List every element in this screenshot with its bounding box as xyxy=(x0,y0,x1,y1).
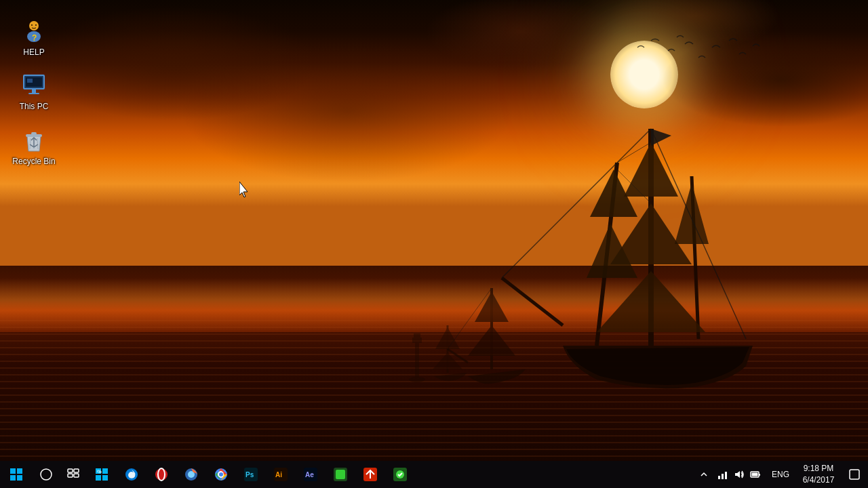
clock-area[interactable]: 9:18 PM 6/4/2017 xyxy=(795,461,842,488)
svg-rect-26 xyxy=(27,79,33,83)
opera-app-button[interactable] xyxy=(146,461,176,488)
svg-rect-62 xyxy=(336,470,345,479)
photoshop-app-button[interactable]: Ps xyxy=(236,461,266,488)
lighthouse xyxy=(407,332,427,386)
volume-icon xyxy=(734,469,745,480)
battery-icon xyxy=(750,469,761,480)
language-label: ENG xyxy=(772,470,789,479)
illustrator-icon: Ai xyxy=(273,467,288,482)
date-display: 6/4/2017 xyxy=(803,474,835,486)
svg-rect-35 xyxy=(10,475,16,481)
edge-app-button[interactable] xyxy=(117,461,146,488)
red-app-button[interactable] xyxy=(355,461,385,488)
ship-small xyxy=(420,315,475,396)
system-tray-icons xyxy=(712,461,766,488)
svg-point-48 xyxy=(155,468,167,481)
taskbar-right: ENG 9:18 PM 6/4/2017 xyxy=(697,461,868,488)
svg-rect-71 xyxy=(751,473,757,476)
svg-rect-38 xyxy=(68,469,73,472)
taskbar: 🛍 xyxy=(0,461,868,488)
store-icon: 🛍 xyxy=(94,467,109,482)
firefox-app-button[interactable] xyxy=(176,461,206,488)
language-button[interactable]: ENG xyxy=(768,461,793,488)
after-effects-icon: Ae xyxy=(303,467,318,482)
illustrator-app-button[interactable]: Ai xyxy=(266,461,296,488)
opera-icon xyxy=(154,467,169,482)
svg-rect-13 xyxy=(412,338,422,343)
windows-start-icon xyxy=(9,468,23,481)
svg-point-18 xyxy=(31,24,33,26)
svg-rect-14 xyxy=(414,333,420,338)
svg-rect-39 xyxy=(74,469,79,472)
show-hidden-icons-button[interactable] xyxy=(697,461,711,488)
firefox-icon xyxy=(184,467,199,482)
network-tray-icon[interactable] xyxy=(715,461,731,488)
network-icon xyxy=(717,469,728,480)
birds xyxy=(631,34,766,88)
svg-rect-66 xyxy=(718,476,720,479)
svg-rect-34 xyxy=(17,468,22,474)
green-app-button[interactable] xyxy=(326,461,355,488)
taskbar-apps: 🛍 xyxy=(87,461,697,488)
start-button[interactable] xyxy=(0,461,33,488)
svg-text:Ae: Ae xyxy=(305,471,314,479)
svg-text:Ps: Ps xyxy=(245,471,254,479)
svg-rect-68 xyxy=(725,472,727,479)
svg-text:?: ? xyxy=(32,33,37,43)
notification-icon xyxy=(849,469,860,480)
edge-icon xyxy=(124,467,139,482)
svg-rect-33 xyxy=(10,468,16,474)
svg-rect-45 xyxy=(102,475,108,481)
svg-text:Ai: Ai xyxy=(275,471,282,479)
store-app-button[interactable]: 🛍 xyxy=(87,461,117,488)
svg-point-54 xyxy=(219,472,223,476)
svg-rect-36 xyxy=(17,475,22,481)
time-display: 9:18 PM xyxy=(804,463,834,474)
svg-rect-23 xyxy=(32,89,36,93)
volume-tray-icon[interactable] xyxy=(731,461,747,488)
this-pc-label: This PC xyxy=(20,102,49,111)
search-button[interactable] xyxy=(33,461,60,488)
svg-rect-40 xyxy=(68,474,73,477)
this-pc-icon xyxy=(20,72,47,99)
svg-rect-24 xyxy=(28,93,39,94)
recycle-bin-icon-desktop[interactable]: Recycle Bin xyxy=(7,123,61,170)
svg-point-15 xyxy=(409,377,425,382)
svg-rect-72 xyxy=(850,470,859,479)
recycle-bin-label: Recycle Bin xyxy=(12,157,55,166)
svg-rect-67 xyxy=(722,474,724,479)
notification-button[interactable] xyxy=(844,461,865,488)
svg-rect-12 xyxy=(415,339,419,380)
photoshop-icon: Ps xyxy=(243,467,258,482)
this-pc-icon-desktop[interactable]: This PC xyxy=(7,68,61,115)
svg-rect-44 xyxy=(96,475,101,481)
svg-rect-41 xyxy=(74,474,79,477)
recycle-bin-icon xyxy=(20,127,47,154)
desktop-background xyxy=(0,0,868,488)
task-view-icon xyxy=(67,468,79,481)
svg-rect-70 xyxy=(759,474,760,476)
svg-rect-28 xyxy=(31,132,37,135)
search-icon xyxy=(40,468,52,481)
green-app2-icon xyxy=(393,467,408,482)
desktop-icons-container: ? HELP This PC xyxy=(0,7,68,177)
battery-tray-icon[interactable] xyxy=(747,461,764,488)
svg-point-37 xyxy=(41,469,52,480)
svg-rect-43 xyxy=(102,468,108,474)
help-label: HELP xyxy=(23,47,44,57)
help-icon-desktop[interactable]: ? HELP xyxy=(7,14,61,61)
red-app-icon xyxy=(363,467,378,482)
green-app-icon xyxy=(333,467,348,482)
chrome-app-button[interactable] xyxy=(206,461,236,488)
task-view-button[interactable] xyxy=(60,461,87,488)
svg-point-19 xyxy=(35,24,37,26)
after-effects-app-button[interactable]: Ae xyxy=(296,461,326,488)
svg-point-16 xyxy=(29,21,39,30)
chrome-icon xyxy=(214,467,229,482)
help-icon: ? xyxy=(20,18,47,45)
chevron-up-icon xyxy=(701,471,707,478)
svg-text:🛍: 🛍 xyxy=(97,469,102,474)
green-app2-button[interactable] xyxy=(385,461,415,488)
